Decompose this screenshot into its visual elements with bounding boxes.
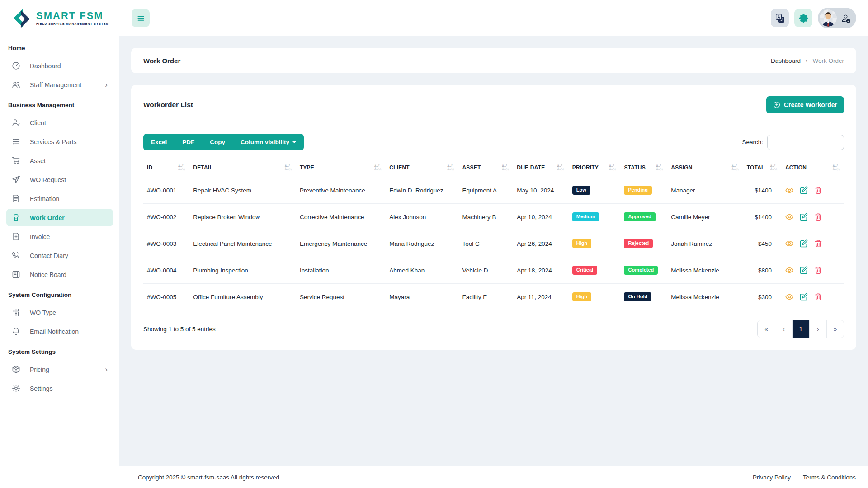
sort-icon: â–²â–¼ (178, 164, 186, 171)
cell-status: Pending (620, 177, 667, 204)
sidebar-item-estimation[interactable]: Estimation (6, 190, 113, 207)
sidebar-item-settings[interactable]: Settings (6, 380, 113, 397)
sidebar-item-wo-type[interactable]: WO Type (6, 304, 113, 321)
column-header-detail[interactable]: DETAILâ–²â–¼ (189, 159, 296, 177)
status-badge: Approved (624, 212, 655, 221)
search-input[interactable] (767, 135, 844, 150)
sidebar-item-contact-diary[interactable]: Contact Diary (6, 247, 113, 264)
profile-menu[interactable] (818, 8, 856, 28)
status-badge: Rejected (624, 239, 653, 248)
column-header-assign[interactable]: ASSIGNâ–²â–¼ (667, 159, 743, 177)
board-icon (12, 270, 20, 279)
priority-badge: High (572, 292, 591, 301)
delete-button[interactable] (814, 186, 822, 194)
edit-button[interactable] (800, 213, 808, 221)
list-icon (12, 137, 20, 146)
pagination-next-button[interactable]: › (809, 320, 826, 338)
plus-circle-icon (773, 101, 780, 108)
column-header-due-date[interactable]: DUE DATEâ–²â–¼ (513, 159, 568, 177)
cell-client: Edwin D. Rodriguez (386, 177, 458, 204)
sidebar-item-email-notification[interactable]: Email Notification (6, 323, 113, 340)
edit-button[interactable] (800, 266, 808, 274)
view-button[interactable] (785, 186, 793, 194)
delete-button[interactable] (814, 266, 822, 274)
eye-icon (785, 213, 793, 221)
footer: Copyright 2025 © smart-fsm-saas All righ… (119, 466, 868, 488)
file-plus-icon (12, 232, 20, 241)
sidebar-item-client[interactable]: Client (6, 114, 113, 131)
column-header-id[interactable]: IDâ–²â–¼ (143, 159, 189, 177)
priority-badge: Low (572, 186, 590, 195)
view-button[interactable] (785, 213, 793, 221)
column-header-action[interactable]: ACTIONâ–²â–¼ (782, 159, 844, 177)
cell-priority: High (569, 230, 621, 257)
view-button[interactable] (785, 239, 793, 248)
column-header-priority[interactable]: PRIORITYâ–²â–¼ (569, 159, 621, 177)
cell-asset: Tool C (458, 230, 513, 257)
table-row: #WO-0001Repair HVAC SystemPreventive Mai… (143, 177, 844, 204)
delete-button[interactable] (814, 293, 822, 301)
language-button[interactable] (771, 9, 789, 27)
cell-client: Maria Rodriguez (386, 230, 458, 257)
status-badge: Completed (624, 266, 658, 275)
sidebar-item-label: WO Type (30, 309, 56, 316)
column-visibility-button[interactable]: Column visibility (233, 134, 304, 150)
brand-name: SMART FSM (36, 11, 109, 21)
settings-button[interactable] (794, 9, 812, 27)
sort-desc-icon: â–¼ (557, 168, 564, 171)
pagination-previous-button[interactable]: ‹ (775, 320, 792, 338)
cell-type: Emergency Maintenance (296, 230, 386, 257)
column-header-total[interactable]: TOTALâ–²â–¼ (743, 159, 782, 177)
edit-button[interactable] (800, 293, 808, 301)
sidebar-item-notice-board[interactable]: Notice Board (6, 266, 113, 283)
sort-icon: â–²â–¼ (609, 164, 617, 171)
pagination-page-1[interactable]: 1 (792, 320, 809, 338)
column-header-status[interactable]: STATUSâ–²â–¼ (620, 159, 667, 177)
copyright-text: Copyright 2025 © smart-fsm-saas All righ… (138, 474, 281, 481)
sidebar-item-services-parts[interactable]: Services & Parts (6, 133, 113, 150)
pagination-last-button[interactable]: » (826, 320, 844, 338)
export-pdf-button[interactable]: PDF (175, 134, 202, 150)
sidebar-item-label: Work Order (30, 214, 65, 221)
sidebar-toggle-button[interactable] (132, 9, 150, 27)
sort-icon: â–²â–¼ (557, 164, 565, 171)
pagination-first-button[interactable]: « (758, 320, 775, 338)
footer-link-terms-conditions[interactable]: Terms & Conditions (803, 474, 856, 481)
box-icon (12, 365, 20, 374)
sidebar-item-wo-request[interactable]: WO Request (6, 171, 113, 188)
view-button[interactable] (785, 293, 793, 301)
create-workorder-button[interactable]: Create Workorder (766, 96, 844, 113)
column-header-client[interactable]: CLIENTâ–²â–¼ (386, 159, 458, 177)
sidebar-item-label: Dashboard (30, 62, 61, 70)
sidebar-item-work-order[interactable]: Work Order (6, 209, 113, 226)
sidebar-item-pricing[interactable]: Pricing› (6, 361, 113, 378)
sidebar-item-dashboard[interactable]: Dashboard (6, 57, 113, 75)
edit-button[interactable] (800, 239, 808, 248)
sidebar-item-label: Settings (30, 385, 53, 392)
column-header-asset[interactable]: ASSETâ–²â–¼ (458, 159, 513, 177)
sort-desc-icon: â–¼ (284, 168, 291, 171)
cell-priority: High (569, 284, 621, 310)
sort-icon: â–²â–¼ (447, 164, 455, 171)
cell-assign: Melissa Mckenzie (667, 284, 743, 310)
brand-tagline: FIELD SERVICE MANAGEMENT SYSTEM (36, 22, 109, 25)
sidebar-item-staff-management[interactable]: Staff Management› (6, 76, 113, 94)
breadcrumb-dashboard-link[interactable]: Dashboard (771, 57, 801, 64)
export-excel-button[interactable]: Excel (143, 134, 175, 150)
sidebar-item-asset[interactable]: Asset (6, 152, 113, 169)
delete-button[interactable] (814, 239, 822, 248)
export-copy-button[interactable]: Copy (202, 134, 233, 150)
table-header-row: IDâ–²â–¼DETAILâ–²â–¼TYPEâ–²â–¼CLIENTâ–²â… (143, 159, 844, 177)
view-button[interactable] (785, 266, 793, 274)
footer-link-privacy-policy[interactable]: Privacy Policy (753, 474, 791, 481)
person-check-icon (12, 118, 20, 127)
column-header-type[interactable]: TYPEâ–²â–¼ (296, 159, 386, 177)
page-header-card: Work Order Dashboard › Work Order (131, 48, 856, 73)
brand[interactable]: SMART FSM FIELD SERVICE MANAGEMENT SYSTE… (0, 0, 119, 36)
sort-icon: â–²â–¼ (833, 164, 840, 171)
sidebar-item-invoice[interactable]: Invoice (6, 228, 113, 245)
speedometer-icon (12, 61, 20, 70)
delete-button[interactable] (814, 213, 822, 221)
translate-icon (776, 14, 784, 23)
edit-button[interactable] (800, 186, 808, 194)
